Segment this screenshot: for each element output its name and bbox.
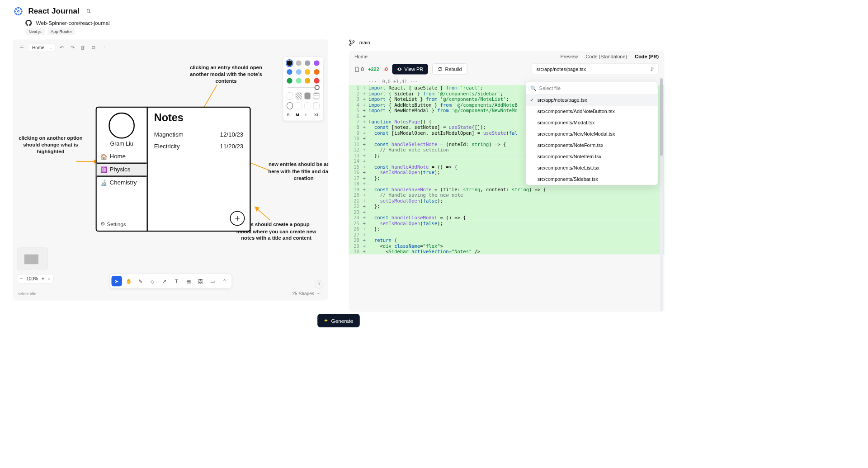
code-breadcrumb[interactable]: Home: [354, 54, 368, 59]
eraser-tool[interactable]: ◇: [147, 276, 158, 286]
svg-point-12: [353, 41, 354, 43]
chevron-updown-icon: ⇵: [650, 66, 654, 72]
code-panel: Home PreviewCode (Standalone)Code (PR) 8…: [349, 51, 664, 312]
pencil-tool[interactable]: ✎: [135, 276, 146, 286]
tag-row: Next.jsApp Router: [0, 28, 677, 39]
image-tool[interactable]: 🖼: [195, 276, 206, 286]
trash-icon[interactable]: 🗑: [79, 44, 87, 52]
zoom-value: 100%: [26, 276, 38, 282]
sparkle-icon: ✦: [324, 317, 328, 324]
code-tab[interactable]: Preview: [560, 54, 578, 59]
deletions-count: -0: [383, 66, 388, 72]
avatar: [108, 113, 135, 139]
code-line: 19+ const handleSaveNote = (title: strin…: [349, 187, 664, 192]
refresh-icon: [438, 66, 443, 71]
app-logo-icon: [14, 6, 24, 16]
zoom-out-icon[interactable]: −: [20, 276, 23, 282]
title-selector-icon[interactable]: ⇅: [86, 8, 91, 14]
repo-path[interactable]: Web-Spinner-core/react-journal: [36, 20, 110, 26]
minimap[interactable]: [17, 248, 48, 269]
code-tab[interactable]: Code (PR): [635, 54, 659, 59]
code-line: 26+ };: [349, 226, 664, 232]
github-icon: [25, 20, 32, 26]
file-search[interactable]: 🔍 Select file: [526, 82, 658, 95]
code-tab[interactable]: Code (Standalone): [585, 54, 627, 59]
mock-nav-item[interactable]: 🔬Chemistry: [97, 177, 147, 189]
undo-icon[interactable]: ↶: [58, 44, 66, 52]
code-scrollbar-thumb[interactable]: [660, 78, 663, 156]
code-line: 30+ <Sidebar activeSection="Notes" />: [349, 249, 664, 254]
svg-point-11: [349, 44, 351, 46]
tag: Next.js: [25, 28, 45, 35]
mock-sidebar: Gram Liu 🏠Home⚛️Physics🔬Chemistry ⚙Setti…: [97, 108, 148, 231]
annotation-left: clicking on another option should change…: [16, 135, 85, 156]
arrow-tool[interactable]: ↗: [159, 276, 170, 286]
add-note-button[interactable]: +: [230, 211, 245, 226]
canvas-panel: ☰ Home⌄ ↶ ↷ 🗑 ⧉ ⋮: [13, 39, 328, 300]
redo-icon[interactable]: ↷: [69, 44, 76, 52]
code-line: 27+: [349, 232, 664, 237]
gear-icon: ⚙: [100, 221, 105, 227]
note-tool[interactable]: ▤: [183, 276, 193, 286]
file-dropdown: 🔍 Select file src/app/notes/page.tsxsrc/…: [526, 82, 658, 185]
mock-note-row[interactable]: Electricity11/20/23: [154, 141, 243, 153]
more-icon[interactable]: ⋮: [100, 44, 108, 52]
mock-username: Gram Liu: [97, 141, 147, 147]
hand-tool[interactable]: ✋: [123, 276, 134, 286]
mock-title: Notes: [154, 112, 243, 124]
annotation-right: new entries should be added here with th…: [267, 161, 328, 182]
tag: App Router: [47, 28, 75, 35]
code-line: 20+ // Handle saving the new note: [349, 192, 664, 198]
file-option[interactable]: src/components/NoteForm.tsx: [526, 140, 658, 151]
svg-marker-9: [255, 207, 259, 212]
branch-name[interactable]: main: [359, 40, 370, 45]
duplicate-icon[interactable]: ⧉: [90, 44, 98, 52]
more-tool[interactable]: ⌃: [219, 276, 230, 286]
zoom-control[interactable]: − 100% + «: [17, 274, 53, 284]
canvas-status: select.idle: [18, 291, 37, 296]
canvas-toolbar: ☰ Home⌄ ↶ ↷ 🗑 ⧉ ⋮: [15, 43, 326, 53]
file-option[interactable]: src/components/NewNoteModal.tsx: [526, 128, 658, 140]
app-header: React Journal ⇅: [0, 0, 677, 20]
branch-icon: [349, 39, 355, 46]
file-option[interactable]: src/components/NoteItem.tsx: [526, 151, 658, 162]
rect-tool[interactable]: ▭: [207, 276, 217, 286]
canvas-sketch[interactable]: clicking an entry should open another mo…: [13, 61, 328, 262]
file-option[interactable]: src/components/NoteList.tsx: [526, 162, 658, 174]
code-line: 24+ const handleCloseModal = () => {: [349, 215, 664, 220]
file-option[interactable]: src/components/Sidebar.tsx: [526, 174, 658, 185]
canvas-toolbox: ➤✋✎◇↗T▤🖼▭⌃: [109, 274, 231, 288]
file-selector[interactable]: src/app/notes/page.tsx ⇵: [532, 63, 659, 75]
search-icon: 🔍: [530, 85, 536, 91]
files-changed: 8: [354, 66, 364, 72]
file-option[interactable]: src/app/notes/page.tsx: [526, 95, 658, 106]
mock-nav-item[interactable]: 🏠Home: [97, 151, 147, 163]
zoom-in-icon[interactable]: +: [42, 276, 44, 282]
canvas-breadcrumb[interactable]: Home⌄: [28, 43, 55, 52]
code-line: 25+ setIsModalOpen(false);: [349, 220, 664, 226]
file-icon: [354, 66, 360, 72]
code-line: 28+ return (: [349, 237, 664, 243]
menu-icon[interactable]: ☰: [18, 44, 25, 52]
help-icon[interactable]: ?: [315, 280, 324, 288]
collapse-icon[interactable]: «: [48, 276, 51, 282]
code-line: 21+ setIsModalOpen(false);: [349, 198, 664, 203]
mock-settings[interactable]: ⚙Settings: [97, 217, 147, 231]
file-option[interactable]: src/components/AddNoteButton.tsx: [526, 106, 658, 117]
app-title: React Journal: [28, 7, 79, 16]
mock-nav-item[interactable]: ⚛️Physics: [97, 163, 147, 177]
file-option[interactable]: src/components/Modal.tsx: [526, 117, 658, 128]
mock-app: Gram Liu 🏠Home⚛️Physics🔬Chemistry ⚙Setti…: [95, 107, 250, 232]
rebuild-button[interactable]: Rebuild: [432, 63, 467, 75]
svg-line-8: [255, 207, 270, 220]
eye-icon: [397, 66, 402, 71]
additions-count: +222: [368, 66, 379, 72]
mock-note-row[interactable]: Magnetism12/10/23: [154, 129, 243, 141]
pointer-tool[interactable]: ➤: [111, 276, 122, 286]
view-pr-button[interactable]: View PR: [392, 64, 428, 74]
svg-point-0: [18, 10, 19, 12]
code-line: 22+ };: [349, 203, 664, 209]
generate-button[interactable]: ✦ Generate: [317, 314, 359, 327]
annotation-top: clicking an entry should open another mo…: [185, 64, 266, 85]
text-tool[interactable]: T: [171, 276, 182, 286]
